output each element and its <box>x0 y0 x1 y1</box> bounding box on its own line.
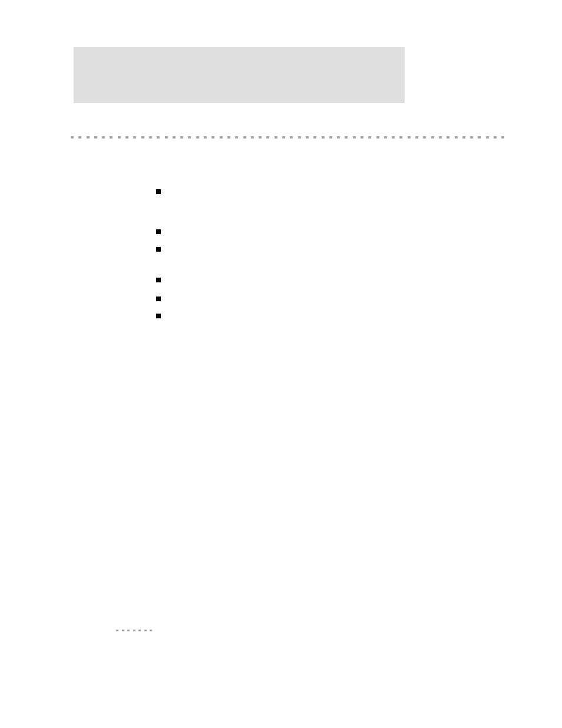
bullet-icon <box>156 297 161 301</box>
banner-box <box>74 47 405 103</box>
bullet-icon <box>156 314 161 318</box>
bullet-icon <box>156 189 161 194</box>
bullet-icon <box>156 278 161 282</box>
divider-line <box>71 136 505 139</box>
divider-short <box>116 630 152 631</box>
bullet-icon <box>156 229 161 234</box>
bullet-icon <box>156 247 161 252</box>
